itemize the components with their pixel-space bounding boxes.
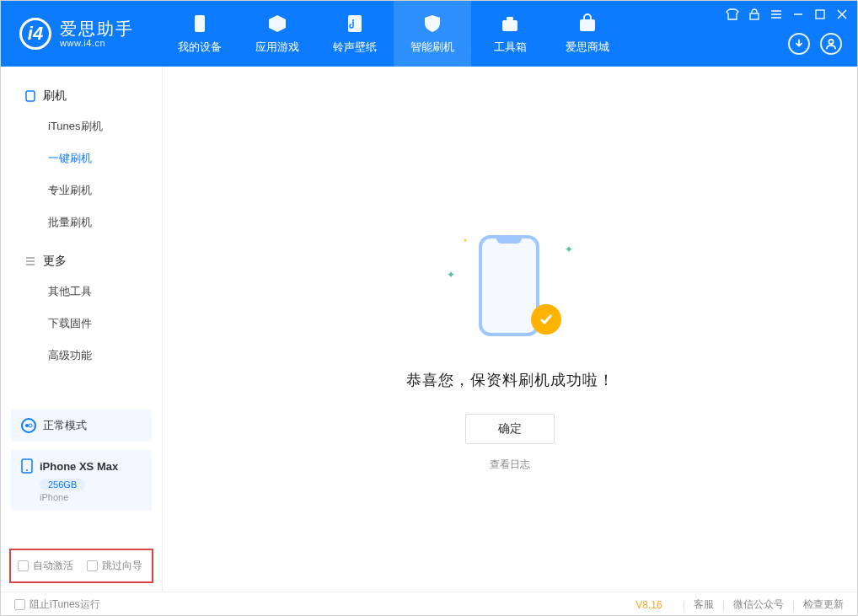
device-mode-row[interactable]: 正常模式 [11, 410, 152, 442]
sparkle-icon: • [464, 235, 467, 247]
device-info-row[interactable]: iPhone XS Max 256GB iPhone [11, 450, 152, 511]
sidebar-item[interactable]: 高级功能 [1, 340, 162, 372]
nav-tab-toolbox[interactable]: 工具箱 [471, 1, 549, 67]
minimize-button[interactable] [791, 8, 805, 21]
sidebar-section-head[interactable]: 刷机 [1, 82, 162, 110]
mode-label: 正常模式 [43, 418, 87, 433]
footer-right: V8.16 | 客服 | 微信公众号 | 检查更新 [635, 597, 844, 612]
sidebar-section-head[interactable]: 更多 [1, 247, 162, 276]
nav-tab-cart[interactable]: 爱思商城 [549, 1, 626, 67]
mode-icon [21, 418, 36, 433]
toolbox-icon [499, 13, 521, 35]
maximize-button[interactable] [813, 8, 827, 21]
sidebar-item[interactable]: iTunes刷机 [1, 110, 162, 142]
support-link[interactable]: 客服 [694, 597, 714, 612]
close-button[interactable] [835, 8, 849, 21]
highlighted-options: 自动激活 跳过向导 [9, 549, 153, 583]
sidebar-item[interactable]: 其他工具 [1, 276, 162, 308]
sidebar-item[interactable]: 专业刷机 [1, 174, 162, 206]
sidebar-section: 更多其他工具下载固件高级功能 [1, 247, 162, 372]
success-illustration: ✦ ✦ • [464, 235, 556, 345]
nav-label: 应用游戏 [255, 40, 299, 55]
wechat-link[interactable]: 微信公众号 [733, 597, 784, 612]
window-controls-top [726, 8, 849, 21]
sidebar-item[interactable]: 下载固件 [1, 308, 162, 340]
skip-guide-label: 跳过向导 [102, 559, 142, 573]
checkbox-icon [18, 560, 29, 571]
svg-rect-2 [502, 20, 517, 31]
nav-label: 我的设备 [178, 40, 222, 55]
logo-icon: i4 [19, 18, 51, 50]
menu-icon[interactable] [770, 8, 783, 21]
nav-label: 工具箱 [494, 40, 527, 55]
app-header: i4 爱思助手 www.i4.cn 我的设备应用游戏铃声壁纸智能刷机工具箱爱思商… [1, 1, 857, 67]
svg-rect-8 [26, 91, 35, 101]
nav-tab-music[interactable]: 铃声壁纸 [316, 1, 394, 67]
main-nav: 我的设备应用游戏铃声壁纸智能刷机工具箱爱思商城 [161, 1, 626, 67]
skip-guide-checkbox[interactable]: 跳过向导 [87, 559, 142, 573]
view-log-link[interactable]: 查看日志 [490, 458, 530, 472]
main-content: ✦ ✦ • 恭喜您，保资料刷机成功啦！ 确定 查看日志 [163, 67, 857, 592]
logo-subtitle: www.i4.cn [60, 38, 134, 48]
sidebar-item[interactable]: 批量刷机 [1, 206, 162, 238]
nav-tab-shield[interactable]: 智能刷机 [394, 1, 471, 67]
device-icon [189, 13, 211, 35]
logo-title: 爱思助手 [60, 19, 134, 38]
cube-icon [266, 13, 288, 35]
svg-point-7 [829, 40, 833, 44]
lock-icon[interactable] [748, 8, 761, 21]
svg-rect-4 [580, 19, 595, 31]
sidebar-item[interactable]: 一键刷机 [1, 142, 162, 174]
sidebar-section: 刷机iTunes刷机一键刷机专业刷机批量刷机 [1, 82, 162, 238]
block-itunes-label: 阻止iTunes运行 [29, 597, 100, 612]
user-button[interactable] [820, 33, 842, 55]
device-capacity: 256GB [40, 479, 85, 490]
svg-point-10 [29, 424, 32, 427]
svg-rect-1 [348, 15, 362, 32]
svg-rect-0 [195, 15, 205, 32]
auto-activate-checkbox[interactable]: 自动激活 [18, 559, 73, 573]
sparkle-icon: ✦ [447, 269, 455, 281]
sparkle-icon: ✦ [565, 244, 573, 255]
app-body: 刷机iTunes刷机一键刷机专业刷机批量刷机更多其他工具下载固件高级功能 正常模… [1, 67, 857, 592]
device-panel: 正常模式 iPhone XS Max 256GB iPhone [11, 410, 152, 511]
header-round-buttons [788, 33, 842, 55]
svg-point-12 [26, 469, 28, 471]
ok-button[interactable]: 确定 [465, 414, 555, 444]
music-icon [344, 13, 366, 35]
nav-label: 智能刷机 [410, 40, 454, 55]
device-name: iPhone XS Max [40, 460, 118, 473]
list-icon [24, 255, 36, 267]
sidebar: 刷机iTunes刷机一键刷机专业刷机批量刷机更多其他工具下载固件高级功能 正常模… [1, 67, 163, 592]
checkbox-icon [87, 560, 98, 571]
device-type: iPhone [40, 492, 142, 502]
logo-area: i4 爱思助手 www.i4.cn [1, 1, 161, 67]
nav-tab-device[interactable]: 我的设备 [161, 1, 239, 67]
block-itunes-checkbox[interactable]: 阻止iTunes运行 [14, 597, 100, 612]
checkbox-icon [14, 599, 25, 610]
svg-rect-6 [816, 10, 824, 19]
nav-tab-cube[interactable]: 应用游戏 [239, 1, 316, 67]
check-badge-icon [531, 304, 561, 335]
svg-rect-3 [507, 17, 513, 20]
shield-icon [421, 13, 443, 35]
shirt-icon[interactable] [726, 8, 739, 21]
status-bar: 阻止iTunes运行 V8.16 | 客服 | 微信公众号 | 检查更新 [1, 592, 857, 616]
nav-label: 爱思商城 [566, 40, 609, 55]
success-message: 恭喜您，保资料刷机成功啦！ [406, 370, 614, 390]
svg-rect-5 [750, 13, 759, 19]
phone-icon [21, 458, 33, 474]
svg-point-9 [25, 424, 29, 427]
auto-activate-label: 自动激活 [33, 559, 73, 573]
cart-icon [576, 13, 598, 35]
version-label: V8.16 [635, 599, 662, 611]
phone-icon [24, 90, 36, 102]
check-update-link[interactable]: 检查更新 [803, 597, 844, 612]
nav-label: 铃声壁纸 [333, 40, 377, 55]
download-button[interactable] [788, 33, 810, 55]
logo-text: 爱思助手 www.i4.cn [60, 19, 134, 48]
